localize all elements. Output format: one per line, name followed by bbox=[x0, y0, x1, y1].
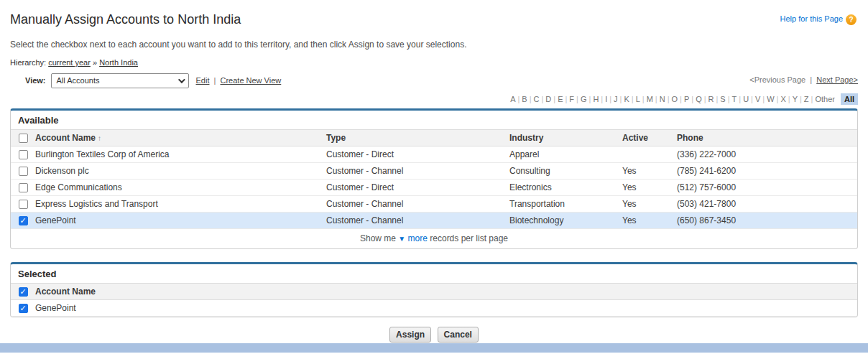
alphabet-index: A|B|C|D|E|F|G|H|I|J|K|L|M|N|O|P|Q|R|S|T|… bbox=[10, 95, 858, 103]
row-checkbox[interactable] bbox=[19, 200, 28, 209]
create-new-view-link[interactable]: Create New View bbox=[220, 76, 281, 85]
triangle-down-icon: ▼ bbox=[398, 235, 405, 243]
column-header-account-name[interactable]: Account Name↑ bbox=[35, 130, 326, 146]
select-all-checkbox[interactable] bbox=[19, 134, 28, 143]
cell-type: Customer - Channel bbox=[326, 213, 509, 229]
alpha-link-v[interactable]: V bbox=[753, 94, 762, 104]
row-checkbox[interactable] bbox=[19, 216, 28, 225]
selected-section: Selected Account Name GenePoint bbox=[10, 262, 858, 317]
page-description: Select the checkbox next to each account… bbox=[10, 39, 858, 50]
column-header-phone[interactable]: Phone bbox=[677, 130, 857, 146]
view-select[interactable]: All Accounts bbox=[51, 73, 189, 88]
cell-account-name: Express Logistics and Transport bbox=[35, 196, 326, 213]
help-link[interactable]: Help for this Page? bbox=[780, 14, 857, 25]
hierarchy-separator: » bbox=[93, 58, 97, 67]
show-more-suffix: records per list page bbox=[430, 233, 508, 243]
alpha-link-z[interactable]: Z bbox=[802, 94, 811, 104]
available-table: Account Name↑ Type Industry Active Phone… bbox=[11, 129, 857, 229]
table-row: Burlington Textiles Corp of America Cust… bbox=[11, 146, 857, 163]
hierarchy-link-territory[interactable]: North India bbox=[99, 58, 138, 67]
alpha-link-k[interactable]: K bbox=[622, 94, 631, 104]
alpha-link-u[interactable]: U bbox=[741, 94, 751, 104]
alpha-link-i[interactable]: I bbox=[603, 94, 609, 104]
view-links: Edit | Create New View bbox=[196, 76, 282, 85]
cell-type: Customer - Channel bbox=[326, 163, 509, 180]
alpha-link-other[interactable]: Other bbox=[813, 94, 837, 104]
table-row: Dickenson plc Customer - Channel Consult… bbox=[11, 163, 857, 180]
row-checkbox[interactable] bbox=[19, 150, 28, 159]
alpha-link-t[interactable]: T bbox=[730, 94, 739, 104]
alpha-link-h[interactable]: H bbox=[591, 94, 601, 104]
cell-phone: (512) 757-6000 bbox=[677, 180, 857, 196]
alpha-link-o[interactable]: O bbox=[670, 94, 680, 104]
row-checkbox[interactable] bbox=[19, 183, 28, 192]
alpha-link-m[interactable]: M bbox=[645, 94, 655, 104]
show-more-prefix: Show me bbox=[360, 233, 396, 243]
table-row: GenePoint Customer - Channel Biotechnolo… bbox=[11, 213, 857, 229]
alpha-link-x[interactable]: X bbox=[778, 94, 788, 104]
cell-account-name: Burlington Textiles Corp of America bbox=[35, 146, 326, 163]
cell-type: Customer - Direct bbox=[326, 146, 509, 163]
alpha-link-p[interactable]: P bbox=[682, 94, 691, 104]
alpha-link-a[interactable]: A bbox=[508, 94, 517, 104]
alpha-link-s[interactable]: S bbox=[718, 94, 727, 104]
alpha-link-b[interactable]: B bbox=[520, 94, 529, 104]
alpha-link-all[interactable]: All bbox=[841, 93, 858, 105]
help-link-label: Help for this Page bbox=[780, 14, 843, 23]
cell-active: Yes bbox=[622, 163, 677, 180]
cell-industry: Biotechnology bbox=[509, 213, 622, 229]
sort-ascending-icon: ↑ bbox=[98, 134, 101, 142]
view-select-value: All Accounts bbox=[57, 76, 100, 85]
alpha-link-l[interactable]: L bbox=[634, 94, 642, 104]
cell-phone: (650) 867-3450 bbox=[677, 213, 857, 229]
row-checkbox[interactable] bbox=[19, 304, 28, 313]
action-buttons: Assign Cancel bbox=[10, 327, 858, 343]
row-checkbox[interactable] bbox=[19, 167, 28, 176]
column-header-active[interactable]: Active bbox=[622, 130, 677, 146]
cell-account-name: Edge Communications bbox=[35, 180, 326, 196]
alpha-link-w[interactable]: W bbox=[765, 94, 776, 104]
cell-active: Yes bbox=[622, 213, 677, 229]
alpha-link-d[interactable]: D bbox=[543, 94, 553, 104]
breadcrumb: Hierarchy: current year » North India bbox=[10, 58, 858, 67]
chevron-down-icon bbox=[177, 76, 185, 83]
edit-view-link[interactable]: Edit bbox=[196, 76, 210, 85]
select-all-checkbox[interactable] bbox=[19, 287, 28, 297]
cell-type: Customer - Channel bbox=[326, 196, 509, 213]
cancel-button[interactable]: Cancel bbox=[438, 327, 479, 343]
pagination-separator: | bbox=[810, 75, 812, 84]
table-row: GenePoint bbox=[11, 300, 857, 317]
selected-header-row: Account Name bbox=[11, 284, 857, 300]
column-header-industry[interactable]: Industry bbox=[509, 130, 622, 146]
next-page-link[interactable]: Next Page> bbox=[816, 75, 858, 84]
section-title-selected: Selected bbox=[11, 264, 857, 283]
alpha-link-e[interactable]: E bbox=[555, 94, 565, 104]
column-header-type[interactable]: Type bbox=[326, 130, 509, 146]
show-more-link[interactable]: ▼ more bbox=[398, 233, 428, 243]
cell-account-name: GenePoint bbox=[35, 213, 326, 229]
selected-table: Account Name GenePoint bbox=[11, 283, 857, 317]
section-title-available: Available bbox=[11, 111, 857, 129]
alpha-link-g[interactable]: G bbox=[578, 94, 589, 104]
assign-button[interactable]: Assign bbox=[389, 327, 431, 343]
hierarchy-link-current-year[interactable]: current year bbox=[48, 58, 91, 67]
show-more-control: Show me ▼ more records per list page bbox=[11, 229, 857, 248]
alpha-link-n[interactable]: N bbox=[657, 94, 668, 104]
available-section: Available Account Name↑ Type Industry Ac… bbox=[10, 108, 858, 249]
alpha-link-c[interactable]: C bbox=[532, 94, 542, 104]
view-label: View: bbox=[25, 76, 46, 85]
table-row: Express Logistics and Transport Customer… bbox=[11, 196, 857, 213]
cell-phone: (785) 241-6200 bbox=[677, 163, 857, 180]
alpha-link-q[interactable]: Q bbox=[693, 94, 704, 104]
cell-phone: (336) 222-7000 bbox=[677, 146, 857, 163]
cell-phone: (503) 421-7800 bbox=[677, 196, 857, 213]
alpha-link-j[interactable]: J bbox=[611, 94, 620, 104]
cell-active: Yes bbox=[622, 196, 677, 213]
cell-industry: Electronics bbox=[509, 180, 622, 196]
alpha-link-r[interactable]: R bbox=[706, 94, 716, 104]
table-row: Edge Communications Customer - Direct El… bbox=[11, 180, 857, 196]
alpha-link-y[interactable]: Y bbox=[790, 94, 800, 104]
cell-account-name: GenePoint bbox=[35, 300, 857, 317]
alpha-link-f[interactable]: F bbox=[567, 94, 576, 104]
cell-type: Customer - Direct bbox=[326, 180, 509, 196]
